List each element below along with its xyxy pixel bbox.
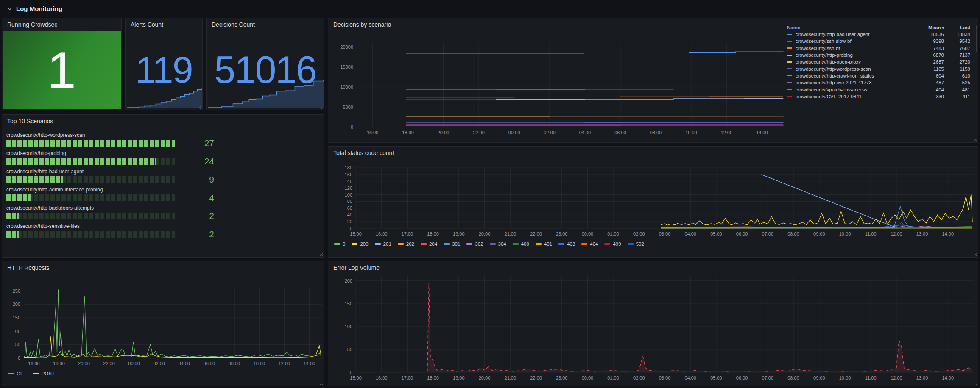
svg-text:50: 50: [15, 342, 20, 347]
legend-label: 304: [498, 241, 506, 247]
legend-item[interactable]: 400: [513, 241, 529, 247]
series-color-swatch: [628, 243, 634, 245]
legend-header-mean[interactable]: Mean▾: [916, 25, 944, 30]
svg-text:22:00: 22:00: [530, 231, 542, 236]
panel-title[interactable]: Alerts Count: [126, 18, 202, 31]
legend-label: 404: [590, 241, 598, 247]
svg-text:80: 80: [347, 199, 352, 204]
legend-row[interactable]: crowdsecurity/http-probing 6870 7137: [787, 52, 974, 58]
legend-item[interactable]: 202: [398, 241, 414, 247]
svg-text:08:00: 08:00: [787, 231, 799, 236]
series-name: crowdsecurity/CVE-2017-9841: [796, 94, 862, 99]
panel-title[interactable]: Top 10 Scenarios: [2, 115, 324, 127]
legend-item[interactable]: 304: [490, 241, 506, 247]
legend-item[interactable]: 204: [421, 241, 437, 247]
panel-title[interactable]: Error Log Volume: [328, 261, 978, 274]
series-last: 7607: [944, 46, 970, 51]
svg-text:08:00: 08:00: [787, 375, 799, 380]
row-title: Log Monitoring: [16, 5, 62, 12]
panel-title[interactable]: HTTP Requests: [2, 261, 324, 274]
status-code-chart[interactable]: 15:0016:0017:0018:0019:0020:0021:0022:00…: [328, 147, 978, 258]
svg-text:04:00: 04:00: [684, 375, 696, 380]
legend-row[interactable]: crowdsecurity/http-open-proxy 2687 2720: [787, 58, 974, 65]
svg-text:16:00: 16:00: [367, 130, 379, 135]
legend-item[interactable]: 301: [444, 241, 460, 247]
series-color-swatch: [513, 243, 519, 245]
panel-error-log-volume: Error Log Volume 15:0016:0017:0018:0019:…: [328, 261, 978, 386]
series-color-swatch: [490, 243, 496, 245]
legend-row[interactable]: crowdsecurity/http-wordpress-scan 1105 1…: [787, 65, 974, 72]
svg-text:23:00: 23:00: [556, 231, 568, 236]
bar-gauge-track: [6, 140, 175, 147]
legend-scrollbar-thumb[interactable]: [976, 25, 977, 52]
panel-title[interactable]: Decisions Count: [207, 18, 324, 31]
scenario-label: crowdsecurity/http-bad-user-agent: [6, 168, 320, 175]
svg-text:120: 120: [345, 186, 352, 191]
legend-item[interactable]: 201: [375, 241, 391, 247]
series-color-swatch: [787, 89, 792, 90]
bar-gauge-track: [6, 194, 175, 201]
svg-text:02:00: 02:00: [633, 231, 645, 236]
legend-label: POST: [42, 371, 55, 376]
scenario-value: 9: [175, 175, 214, 183]
svg-text:0: 0: [351, 125, 353, 130]
panel-title[interactable]: Total status code count: [328, 147, 978, 159]
series-color-swatch: [787, 61, 792, 63]
svg-text:14:00: 14:00: [304, 361, 315, 366]
legend-label: 502: [636, 241, 644, 247]
error-log-chart[interactable]: 15:0016:0017:0018:0019:0020:0021:0022:00…: [328, 261, 978, 386]
series-color-swatch: [787, 34, 792, 35]
legend-row[interactable]: crowdsecurity/ssh-slow-bf 9398 9542: [787, 38, 974, 44]
svg-text:250: 250: [13, 288, 20, 294]
legend-row[interactable]: crowdsecurity/CVE-2017-9841 330 411: [787, 93, 974, 99]
legend-item[interactable]: 403: [558, 241, 575, 247]
panel-title[interactable]: Running Crowdsec: [2, 18, 121, 31]
svg-text:12:00: 12:00: [279, 361, 290, 366]
series-name: crowdsecurity/ssh-slow-bf: [796, 39, 852, 44]
legend-row[interactable]: crowdsecurity/ssh-bf 7483 7607: [787, 45, 974, 52]
legend-item[interactable]: 200: [352, 241, 368, 247]
legend-row[interactable]: crowdsecurity/vpatch-env-access 404 481: [787, 86, 974, 93]
series-color-swatch: [352, 243, 357, 245]
legend-item[interactable]: POST: [33, 371, 55, 376]
series-color-swatch: [787, 68, 792, 69]
dashboard-row-header[interactable]: Log Monitoring: [0, 0, 62, 17]
legend-item[interactable]: 401: [536, 241, 552, 247]
series-mean: 330: [916, 94, 944, 99]
legend-item[interactable]: 302: [466, 241, 483, 247]
legend-header-last[interactable]: Last: [944, 25, 970, 30]
bar-gauge-track: [6, 176, 175, 183]
scenario-label: crowdsecurity/http-wordpress-scan: [6, 132, 320, 139]
svg-text:18:00: 18:00: [427, 375, 439, 380]
svg-text:06:00: 06:00: [614, 130, 626, 135]
series-color-swatch: [787, 47, 792, 49]
series-color-swatch: [536, 243, 542, 245]
legend-row[interactable]: crowdsecurity/http-cve-2021-41773 487 52…: [787, 79, 974, 86]
legend-row[interactable]: crowdsecurity/http-crawl-non_statics 604…: [787, 72, 974, 79]
svg-text:12:00: 12:00: [891, 375, 902, 380]
legend-item[interactable]: 502: [628, 241, 644, 247]
svg-text:14:00: 14:00: [942, 375, 954, 380]
svg-text:40: 40: [347, 212, 352, 217]
bar-gauge-fill: [6, 140, 175, 147]
svg-text:00:00: 00:00: [582, 231, 594, 236]
scenario-value: 4: [175, 194, 214, 202]
svg-text:01:00: 01:00: [607, 375, 619, 380]
legend-row[interactable]: crowdsecurity/http-bad-user-agent 18536 …: [787, 31, 974, 38]
svg-text:22:00: 22:00: [103, 361, 115, 366]
chevron-down-icon: [7, 6, 12, 11]
scenario-label: crowdsecurity/http-backdoors-attempts: [6, 205, 320, 212]
series-name: crowdsecurity/http-wordpress-scan: [796, 67, 871, 72]
svg-text:150: 150: [13, 315, 20, 320]
legend-item[interactable]: 499: [604, 241, 621, 247]
legend-item[interactable]: 0: [334, 241, 345, 247]
http-requests-chart[interactable]: 16:0018:0020:0022:0000:0002:0004:0006:00…: [2, 261, 324, 386]
panel-top10-scenarios: Top 10 Scenarios crowdsecurity/http-word…: [2, 114, 324, 258]
legend-header-name[interactable]: Name: [787, 25, 916, 30]
legend-item[interactable]: GET: [8, 371, 27, 376]
svg-text:16:00: 16:00: [376, 375, 388, 380]
legend-item[interactable]: 404: [581, 241, 598, 247]
svg-text:19:00: 19:00: [453, 231, 465, 236]
panel-resize-handle[interactable]: [319, 252, 323, 256]
running-crowdsec-value: 1: [2, 31, 121, 110]
